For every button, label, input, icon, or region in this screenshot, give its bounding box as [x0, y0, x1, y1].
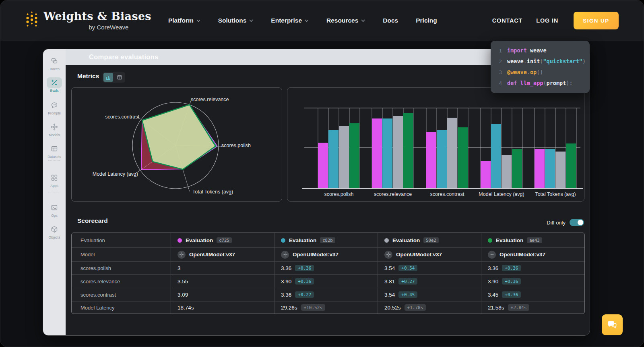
table-row: Model Latency18.74s29.26s+10.52s20.52s+1…	[72, 301, 584, 314]
table-view-button[interactable]	[115, 73, 124, 82]
row-label: scores.contrast	[72, 288, 171, 301]
page: Weights & Biases by CoreWeave PlatformSo…	[0, 0, 644, 347]
ops-icon	[50, 204, 58, 212]
code-snippet-panel: 1import weave2weave.init("quickstart")3@…	[491, 41, 590, 93]
bar-category-label: scores.relevance	[374, 191, 412, 197]
diff-only-toggle[interactable]	[570, 219, 584, 226]
sidebar-item-ops[interactable]: Ops	[43, 202, 66, 218]
nav-label: Docs	[383, 17, 398, 24]
sidebar-item-evals[interactable]: Evals	[43, 77, 66, 93]
table-cell: 3.81+0.27	[378, 275, 481, 288]
table-cell: OpenUIModel:v37	[378, 248, 481, 261]
model-icon	[488, 251, 496, 259]
metric-value: 3	[178, 265, 181, 271]
nav-item-enterprise[interactable]: Enterprise	[271, 17, 309, 24]
row-label: Model	[72, 248, 171, 261]
traces-icon	[50, 57, 58, 65]
bar	[481, 161, 491, 189]
bar-chart: scores.polishscores.relevancescores.cont…	[287, 88, 584, 201]
evaluation-name[interactable]: Evaluation	[289, 237, 316, 243]
diff-badge: +0.36	[502, 278, 521, 285]
login-link[interactable]: LOG IN	[536, 17, 558, 24]
metric-value: 3.09	[178, 292, 188, 298]
bar	[502, 155, 512, 189]
bar	[535, 149, 545, 189]
table-row: scores.relevance3.553.90+0.363.81+0.273.…	[72, 274, 584, 288]
evaluation-name[interactable]: Evaluation	[496, 237, 523, 243]
evaluation-name[interactable]: Evaluation	[392, 237, 420, 243]
metric-value: 18.74s	[178, 305, 194, 311]
sidebar-item-traces[interactable]: Traces	[43, 56, 66, 71]
nav-item-platform[interactable]: Platform	[168, 17, 200, 24]
contact-link[interactable]: CONTACT	[492, 17, 522, 24]
table-cell: 3.90+0.36	[481, 275, 584, 288]
metric-value: 3.81	[384, 278, 395, 285]
nav-item-pricing[interactable]: Pricing	[416, 17, 437, 24]
sidebar-item-label: Ops	[51, 214, 58, 218]
chart-view-button[interactable]	[103, 73, 113, 82]
bar	[318, 143, 328, 189]
evaluation-dot	[384, 238, 389, 243]
nav-item-resources[interactable]: Resources	[326, 17, 365, 24]
table-cell: 3	[171, 262, 274, 274]
metric-value: 20.52s	[384, 305, 401, 311]
bar	[545, 149, 555, 189]
app-sidebar: TracesEvalsPromptsModelsDatasetsAppsOpsO…	[43, 49, 66, 335]
sidebar-item-apps[interactable]: Apps	[43, 172, 66, 188]
evaluation-name[interactable]: Evaluation	[186, 237, 213, 243]
sidebar-item-objects[interactable]: Objects	[43, 224, 66, 239]
sidebar-item-label: Prompts	[48, 111, 61, 115]
diff-badge: +2.84s	[508, 304, 530, 311]
radar-chart: scores.relevancescores.polishTotal Token…	[72, 88, 282, 201]
bar-chart-icon	[105, 75, 111, 80]
bar	[447, 118, 457, 189]
sidebar-item-label: Datasets	[47, 155, 61, 159]
diff-only-label: Diff only	[547, 220, 566, 226]
table-cell: 21.58s+2.84s	[481, 301, 584, 314]
diff-badge: +0.45	[398, 291, 417, 298]
model-name[interactable]: OpenUIModel:v37	[189, 251, 235, 258]
brand[interactable]: Weights & Biases by CoreWeave	[25, 10, 151, 31]
diff-badge: +0.36	[502, 265, 521, 271]
metric-value: 3.45	[488, 292, 498, 298]
site-header: Weights & Biases by CoreWeave PlatformSo…	[0, 0, 644, 41]
sidebar-item-datasets[interactable]: Datasets	[43, 143, 66, 159]
code-line: 2weave.init("quickstart")	[495, 56, 585, 67]
evaluation-dot	[281, 238, 285, 243]
bar	[393, 116, 403, 189]
sidebar-item-prompts[interactable]: Prompts	[43, 100, 66, 115]
nav-label: Enterprise	[271, 17, 302, 24]
signup-button[interactable]: SIGN UP	[574, 12, 619, 29]
evaluation-id-badge: 50e2	[423, 237, 438, 243]
metrics-title: Metrics	[77, 73, 99, 80]
nav-item-solutions[interactable]: Solutions	[218, 17, 254, 24]
app-title: Compare evaluations	[89, 53, 159, 61]
row-label: Evaluation	[72, 233, 171, 247]
table-cell: 3.36+0.27	[274, 288, 378, 301]
nav-item-docs[interactable]: Docs	[383, 17, 398, 24]
radar-series	[142, 105, 215, 170]
brand-subtitle: by CoreWeave	[55, 24, 163, 31]
model-name[interactable]: OpenUIModel:v37	[293, 251, 339, 258]
table-cell: OpenUIModel:v37	[481, 248, 584, 261]
metric-value: 29.26s	[281, 305, 297, 311]
model-name[interactable]: OpenUIModel:v37	[396, 251, 442, 258]
chat-widget-button[interactable]	[602, 314, 623, 335]
row-label: scores.relevance	[72, 275, 171, 288]
metric-value: 3.36	[281, 292, 291, 298]
diff-badge: +0.36	[502, 291, 521, 298]
models-icon	[50, 123, 58, 131]
evaluation-dot	[178, 238, 182, 243]
model-icon	[178, 251, 186, 259]
wandb-logo-icon	[25, 10, 38, 29]
bar	[403, 113, 413, 189]
sidebar-item-models[interactable]: Models	[43, 122, 66, 137]
metric-value: 3.36	[488, 265, 498, 271]
metric-value: 3.90	[488, 278, 498, 285]
table-cell: OpenUIModel:v37	[171, 248, 274, 261]
scorecard-title: Scorecard	[77, 217, 108, 224]
sidebar-divider	[48, 193, 60, 193]
bar	[328, 130, 339, 189]
row-label: scores.polish	[72, 262, 171, 274]
model-name[interactable]: OpenUIModel:v37	[500, 251, 545, 258]
